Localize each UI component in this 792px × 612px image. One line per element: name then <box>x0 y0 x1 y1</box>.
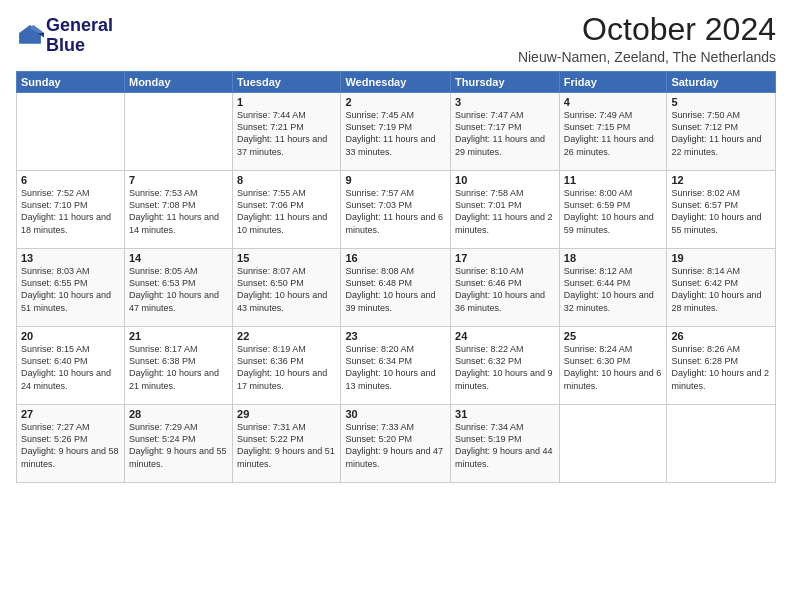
main-title: October 2024 <box>518 12 776 47</box>
day-cell: 27Sunrise: 7:27 AM Sunset: 5:26 PM Dayli… <box>17 405 125 483</box>
day-cell: 8Sunrise: 7:55 AM Sunset: 7:06 PM Daylig… <box>233 171 341 249</box>
page: General Blue October 2024 Nieuw-Namen, Z… <box>0 0 792 612</box>
weekday-header-monday: Monday <box>124 72 232 93</box>
day-info: Sunrise: 8:10 AM Sunset: 6:46 PM Dayligh… <box>455 265 555 314</box>
day-number: 30 <box>345 408 446 420</box>
day-number: 10 <box>455 174 555 186</box>
day-cell: 18Sunrise: 8:12 AM Sunset: 6:44 PM Dayli… <box>559 249 667 327</box>
header: General Blue October 2024 Nieuw-Namen, Z… <box>16 12 776 65</box>
day-cell: 1Sunrise: 7:44 AM Sunset: 7:21 PM Daylig… <box>233 93 341 171</box>
day-number: 29 <box>237 408 336 420</box>
week-row-4: 20Sunrise: 8:15 AM Sunset: 6:40 PM Dayli… <box>17 327 776 405</box>
day-info: Sunrise: 7:33 AM Sunset: 5:20 PM Dayligh… <box>345 421 446 470</box>
calendar: SundayMondayTuesdayWednesdayThursdayFrid… <box>16 71 776 483</box>
day-cell <box>667 405 776 483</box>
day-info: Sunrise: 7:58 AM Sunset: 7:01 PM Dayligh… <box>455 187 555 236</box>
day-info: Sunrise: 7:34 AM Sunset: 5:19 PM Dayligh… <box>455 421 555 470</box>
day-number: 1 <box>237 96 336 108</box>
day-cell <box>17 93 125 171</box>
day-cell: 7Sunrise: 7:53 AM Sunset: 7:08 PM Daylig… <box>124 171 232 249</box>
weekday-header-wednesday: Wednesday <box>341 72 451 93</box>
day-info: Sunrise: 7:31 AM Sunset: 5:22 PM Dayligh… <box>237 421 336 470</box>
day-cell: 9Sunrise: 7:57 AM Sunset: 7:03 PM Daylig… <box>341 171 451 249</box>
day-info: Sunrise: 7:44 AM Sunset: 7:21 PM Dayligh… <box>237 109 336 158</box>
day-cell: 30Sunrise: 7:33 AM Sunset: 5:20 PM Dayli… <box>341 405 451 483</box>
week-row-1: 1Sunrise: 7:44 AM Sunset: 7:21 PM Daylig… <box>17 93 776 171</box>
day-info: Sunrise: 8:05 AM Sunset: 6:53 PM Dayligh… <box>129 265 228 314</box>
day-cell: 21Sunrise: 8:17 AM Sunset: 6:38 PM Dayli… <box>124 327 232 405</box>
day-number: 2 <box>345 96 446 108</box>
day-info: Sunrise: 8:08 AM Sunset: 6:48 PM Dayligh… <box>345 265 446 314</box>
day-info: Sunrise: 8:20 AM Sunset: 6:34 PM Dayligh… <box>345 343 446 392</box>
subtitle: Nieuw-Namen, Zeeland, The Netherlands <box>518 49 776 65</box>
logo-icon <box>16 22 44 50</box>
weekday-header-tuesday: Tuesday <box>233 72 341 93</box>
day-cell: 28Sunrise: 7:29 AM Sunset: 5:24 PM Dayli… <box>124 405 232 483</box>
day-cell: 2Sunrise: 7:45 AM Sunset: 7:19 PM Daylig… <box>341 93 451 171</box>
day-info: Sunrise: 8:03 AM Sunset: 6:55 PM Dayligh… <box>21 265 120 314</box>
title-area: October 2024 Nieuw-Namen, Zeeland, The N… <box>518 12 776 65</box>
day-info: Sunrise: 8:07 AM Sunset: 6:50 PM Dayligh… <box>237 265 336 314</box>
day-cell: 17Sunrise: 8:10 AM Sunset: 6:46 PM Dayli… <box>451 249 560 327</box>
day-cell: 29Sunrise: 7:31 AM Sunset: 5:22 PM Dayli… <box>233 405 341 483</box>
day-cell: 31Sunrise: 7:34 AM Sunset: 5:19 PM Dayli… <box>451 405 560 483</box>
weekday-header-saturday: Saturday <box>667 72 776 93</box>
day-number: 14 <box>129 252 228 264</box>
day-cell: 10Sunrise: 7:58 AM Sunset: 7:01 PM Dayli… <box>451 171 560 249</box>
day-info: Sunrise: 8:15 AM Sunset: 6:40 PM Dayligh… <box>21 343 120 392</box>
week-row-5: 27Sunrise: 7:27 AM Sunset: 5:26 PM Dayli… <box>17 405 776 483</box>
day-info: Sunrise: 8:02 AM Sunset: 6:57 PM Dayligh… <box>671 187 771 236</box>
day-number: 21 <box>129 330 228 342</box>
day-number: 6 <box>21 174 120 186</box>
week-row-2: 6Sunrise: 7:52 AM Sunset: 7:10 PM Daylig… <box>17 171 776 249</box>
weekday-header-row: SundayMondayTuesdayWednesdayThursdayFrid… <box>17 72 776 93</box>
day-info: Sunrise: 7:27 AM Sunset: 5:26 PM Dayligh… <box>21 421 120 470</box>
day-number: 9 <box>345 174 446 186</box>
day-number: 11 <box>564 174 663 186</box>
day-number: 31 <box>455 408 555 420</box>
day-number: 5 <box>671 96 771 108</box>
day-info: Sunrise: 7:45 AM Sunset: 7:19 PM Dayligh… <box>345 109 446 158</box>
day-cell: 20Sunrise: 8:15 AM Sunset: 6:40 PM Dayli… <box>17 327 125 405</box>
weekday-header-thursday: Thursday <box>451 72 560 93</box>
day-cell: 23Sunrise: 8:20 AM Sunset: 6:34 PM Dayli… <box>341 327 451 405</box>
day-info: Sunrise: 8:19 AM Sunset: 6:36 PM Dayligh… <box>237 343 336 392</box>
day-info: Sunrise: 7:52 AM Sunset: 7:10 PM Dayligh… <box>21 187 120 236</box>
day-number: 20 <box>21 330 120 342</box>
day-cell <box>124 93 232 171</box>
day-cell: 15Sunrise: 8:07 AM Sunset: 6:50 PM Dayli… <box>233 249 341 327</box>
day-number: 24 <box>455 330 555 342</box>
day-number: 8 <box>237 174 336 186</box>
day-info: Sunrise: 8:24 AM Sunset: 6:30 PM Dayligh… <box>564 343 663 392</box>
day-number: 19 <box>671 252 771 264</box>
day-number: 7 <box>129 174 228 186</box>
day-number: 23 <box>345 330 446 342</box>
day-cell: 6Sunrise: 7:52 AM Sunset: 7:10 PM Daylig… <box>17 171 125 249</box>
day-cell: 3Sunrise: 7:47 AM Sunset: 7:17 PM Daylig… <box>451 93 560 171</box>
day-number: 4 <box>564 96 663 108</box>
day-cell: 14Sunrise: 8:05 AM Sunset: 6:53 PM Dayli… <box>124 249 232 327</box>
day-cell: 4Sunrise: 7:49 AM Sunset: 7:15 PM Daylig… <box>559 93 667 171</box>
day-cell: 5Sunrise: 7:50 AM Sunset: 7:12 PM Daylig… <box>667 93 776 171</box>
weekday-header-sunday: Sunday <box>17 72 125 93</box>
day-info: Sunrise: 8:12 AM Sunset: 6:44 PM Dayligh… <box>564 265 663 314</box>
day-info: Sunrise: 7:47 AM Sunset: 7:17 PM Dayligh… <box>455 109 555 158</box>
day-cell: 24Sunrise: 8:22 AM Sunset: 6:32 PM Dayli… <box>451 327 560 405</box>
day-cell: 26Sunrise: 8:26 AM Sunset: 6:28 PM Dayli… <box>667 327 776 405</box>
day-cell: 19Sunrise: 8:14 AM Sunset: 6:42 PM Dayli… <box>667 249 776 327</box>
day-info: Sunrise: 8:26 AM Sunset: 6:28 PM Dayligh… <box>671 343 771 392</box>
day-number: 27 <box>21 408 120 420</box>
day-number: 22 <box>237 330 336 342</box>
day-cell: 22Sunrise: 8:19 AM Sunset: 6:36 PM Dayli… <box>233 327 341 405</box>
day-info: Sunrise: 7:55 AM Sunset: 7:06 PM Dayligh… <box>237 187 336 236</box>
day-cell: 11Sunrise: 8:00 AM Sunset: 6:59 PM Dayli… <box>559 171 667 249</box>
day-cell <box>559 405 667 483</box>
day-cell: 25Sunrise: 8:24 AM Sunset: 6:30 PM Dayli… <box>559 327 667 405</box>
day-info: Sunrise: 8:22 AM Sunset: 6:32 PM Dayligh… <box>455 343 555 392</box>
logo-line2: Blue <box>46 36 113 56</box>
day-number: 12 <box>671 174 771 186</box>
weekday-header-friday: Friday <box>559 72 667 93</box>
day-number: 28 <box>129 408 228 420</box>
svg-marker-0 <box>19 25 41 44</box>
day-cell: 12Sunrise: 8:02 AM Sunset: 6:57 PM Dayli… <box>667 171 776 249</box>
